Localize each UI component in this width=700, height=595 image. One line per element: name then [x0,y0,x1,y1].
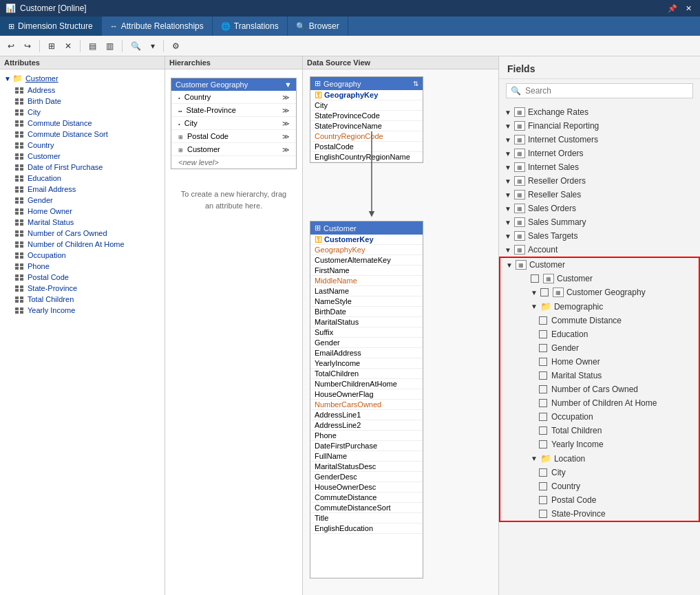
pin-button[interactable]: 📌 [665,4,680,13]
checkbox-education[interactable] [539,330,547,338]
tab-browser[interactable]: 🔍 Browser [288,17,348,36]
attr-item-home-owner[interactable]: Home Owner [0,206,165,217]
toolbar-btn-1[interactable]: ↩ [4,39,18,53]
demographic-item-occupation[interactable]: Occupation [500,410,699,424]
field-group-sales-summary[interactable]: ▼ ▦ Sales Summary [499,215,700,229]
checkbox-customer[interactable] [531,274,539,283]
attr-item-email-address[interactable]: Email Address [0,184,165,195]
checkbox-yearly-income[interactable] [539,440,547,448]
checkbox-state-province[interactable] [539,510,547,518]
toolbar-btn-table2[interactable]: ▥ [103,39,117,53]
checkbox-postal-code[interactable] [539,496,547,504]
checkbox-customer-geography[interactable] [540,288,549,296]
tab-translations[interactable]: 🌐 Translations [213,17,288,36]
field-group-internet-sales[interactable]: ▼ ▦ Internet Sales [499,160,700,174]
demographic-item-marital-status[interactable]: Marital Status [500,369,699,382]
sub-item-location[interactable]: ▼ 📁 Location [500,451,699,466]
checkbox-number-children-home[interactable] [539,399,547,407]
field-group-exchange-rates[interactable]: ▼ ▦ Exchange Rates [499,105,700,119]
field-group-sales-orders[interactable]: ▼ ▦ Sales Orders [499,202,700,215]
checkbox-marital-status[interactable] [539,371,547,380]
expand-arrows-customer[interactable]: ≫ [282,146,289,153]
hierarchy-item-country[interactable]: •Country ≫ [171,91,296,104]
field-group-internet-orders[interactable]: ▼ ▦ Internet Orders [499,147,700,160]
sub-item-demographic[interactable]: ▼ 📁 Demographic [500,299,699,314]
attr-item-birthdate[interactable]: Birth Date [0,96,165,107]
attr-item-yearly-income[interactable]: Yearly Income [0,305,165,316]
attr-item-occupation[interactable]: Occupation [0,250,165,261]
checkbox-gender[interactable] [539,344,547,352]
expand-arrows-postal[interactable]: ≫ [282,133,289,140]
location-item-country[interactable]: Country [500,479,699,493]
attr-item-state-province[interactable]: State-Province [0,283,165,294]
customer-table[interactable]: ⊞ Customer ⚿ CustomerKey GeographyKey Cu… [310,221,423,578]
field-group-account[interactable]: ▼ ▦ Account [499,243,700,257]
checkbox-city[interactable] [539,468,547,477]
attr-item-postal-code[interactable]: Postal Code [0,272,165,283]
field-group-reseller-sales[interactable]: ▼ ▦ Reseller Sales [499,188,700,202]
demographic-item-total-children[interactable]: Total Children [500,424,699,437]
toolbar-btn-2[interactable]: ↪ [21,39,34,53]
attr-item-commute-distance-sort[interactable]: Commute Distance Sort [0,129,165,140]
expand-arrows-state[interactable]: ≫ [282,107,289,114]
search-input[interactable] [525,86,688,96]
checkbox-occupation[interactable] [539,413,547,421]
demographic-item-gender[interactable]: Gender [500,341,699,355]
sub-item-customer[interactable]: ▦ Customer [500,272,699,285]
field-group-sales-targets[interactable]: ▼ ▦ Sales Targets [499,229,700,243]
close-button[interactable]: ✕ [683,4,694,13]
checkbox-home-owner[interactable] [539,358,547,366]
hierarchy-item-state-province[interactable]: ••State-Province ≫ [171,104,296,117]
field-group-internet-customers[interactable]: ▼ ▦ Internet Customers [499,133,700,147]
attr-item-address[interactable]: Address [0,85,165,96]
demographic-item-education[interactable]: Education [500,327,699,341]
attr-item-total-children[interactable]: Total Children [0,294,165,305]
attr-item-phone[interactable]: Phone [0,261,165,272]
field-group-reseller-orders[interactable]: ▼ ▦ Reseller Orders [499,174,700,188]
attr-item-date-first-purchase[interactable]: Date of First Purchase [0,162,165,173]
toolbar-btn-zoom[interactable]: 🔍 [127,39,145,53]
hierarchy-menu-icon[interactable]: ▼ [284,80,292,89]
checkbox-number-cars-owned[interactable] [539,385,547,393]
checkbox-commute-distance[interactable] [539,316,547,325]
attr-item-country[interactable]: Country [0,140,165,151]
attr-item-gender[interactable]: Gender [0,195,165,206]
toolbar-btn-table[interactable]: ▤ [85,39,100,53]
toolbar-btn-dropdown[interactable]: ▾ [147,39,158,53]
geography-scroll-icon[interactable]: ⇅ [413,80,418,87]
hierarchy-item-city[interactable]: •City ≫ [171,117,296,130]
attr-item-customer[interactable]: Customer [0,151,165,162]
attr-item-number-children-home[interactable]: Number of Children At Home [0,239,165,250]
sub-item-customer-geography[interactable]: ▼ ▦ Customer Geography [500,285,699,299]
location-item-state-province[interactable]: State-Province [500,507,699,521]
attr-item-number-cars-owned[interactable]: Number of Cars Owned [0,228,165,239]
checkbox-total-children[interactable] [539,426,547,435]
search-box[interactable]: 🔍 [506,83,693,98]
attr-item-education[interactable]: Education [0,173,165,184]
field-group-financial-reporting[interactable]: ▼ ▦ Financial Reporting [499,119,700,133]
location-item-postal-code[interactable]: Postal Code [500,493,699,507]
demographic-item-commute-distance[interactable]: Commute Distance [500,314,699,327]
demographic-item-number-cars-owned[interactable]: Number of Cars Owned [500,382,699,396]
demographic-item-number-children-home[interactable]: Number of Children At Home [500,396,699,410]
hierarchy-item-customer[interactable]: ⊞Customer ≫ [171,143,296,156]
expand-arrows-city[interactable]: ≫ [282,120,289,127]
demographic-item-home-owner[interactable]: Home Owner [500,355,699,369]
toolbar-btn-x[interactable]: ✕ [61,39,75,53]
attr-item-commute-distance[interactable]: Commute Distance [0,118,165,129]
tab-attribute-relationships[interactable]: ↔ Attribute Relationships [102,17,213,36]
chevron-internet-sales: ▼ [505,164,511,171]
field-group-customer[interactable]: ▼ ▦ Customer [500,258,699,272]
toolbar-btn-settings[interactable]: ⚙ [169,39,183,53]
checkbox-country[interactable] [539,482,547,490]
attr-item-city[interactable]: City [0,107,165,118]
toolbar-btn-grid[interactable]: ⊞ [45,39,59,53]
hierarchy-item-postal-code[interactable]: ⊞Postal Code ≫ [171,130,296,143]
location-item-city[interactable]: City [500,466,699,479]
hierarchy-new-level[interactable]: <new level> [171,156,296,169]
attr-root-customer[interactable]: ▼ 📁 Customer [0,72,165,85]
attr-item-marital-status[interactable]: Marital Status [0,217,165,228]
demographic-item-yearly-income[interactable]: Yearly Income [500,437,699,451]
expand-arrows-country[interactable]: ≫ [282,94,289,101]
tab-dimension-structure[interactable]: ⊞ Dimension Structure [0,17,102,36]
